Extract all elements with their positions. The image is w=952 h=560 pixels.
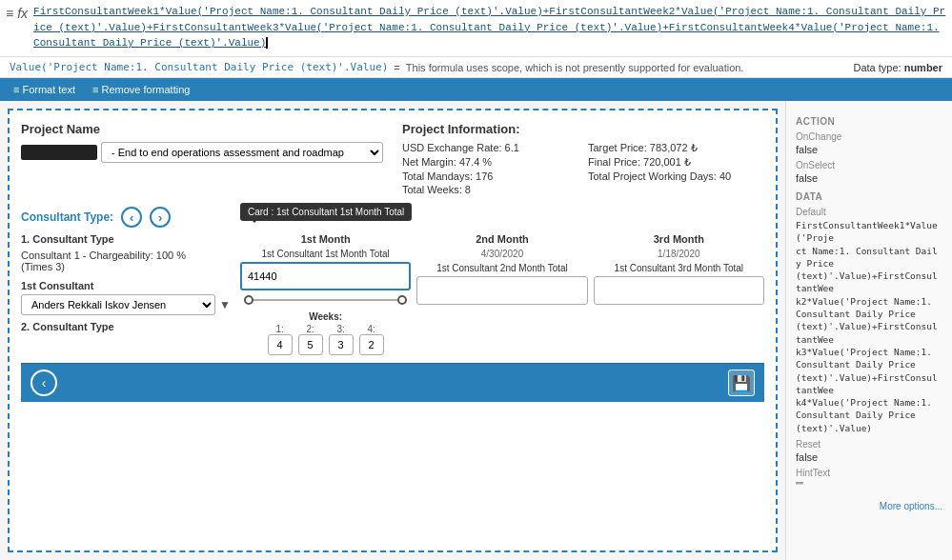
consultant-info-col: 1. Consultant Type Consultant 1 - Charge…: [21, 233, 231, 363]
total-working-label: Total Project Working Days: 40: [588, 170, 731, 182]
consultant-1-name-dropdown[interactable]: Anders Rekkali Iskov Jensen: [21, 294, 215, 315]
weeks-label: Weeks:: [240, 311, 411, 322]
consultant-section: Consultant Type: ‹ › 1. Consultant Type …: [21, 207, 764, 363]
consultant-2-label: 2. Consultant Type: [21, 321, 231, 332]
fx-icon[interactable]: fx: [17, 6, 28, 21]
usd-exchange-label: USD Exchange Rate: 6.1: [402, 142, 519, 153]
eval-equals: =: [394, 62, 399, 73]
onselect-label: OnSelect: [796, 160, 942, 170]
next-consultant-button[interactable]: ›: [150, 207, 171, 228]
month-2-date: 4/30/2020: [416, 249, 587, 259]
month-1-input-box[interactable]: [240, 262, 411, 290]
black-rect-logo: [21, 145, 97, 160]
consultant-main-row: 1. Consultant Type Consultant 1 - Charge…: [21, 233, 764, 363]
formula-bar: ≡ fx FirstConsultantWeek1*Value('Project…: [0, 0, 952, 57]
month-3-date: 1/18/2020: [594, 249, 764, 259]
month-3-input[interactable]: [600, 285, 758, 296]
slider-handle-right[interactable]: [397, 295, 407, 305]
project-select-row: - End to end operations assessment and r…: [21, 142, 383, 163]
default-label: Default: [796, 207, 942, 217]
onselect-value[interactable]: false: [796, 172, 942, 184]
project-info-grid: USD Exchange Rate: 6.1 Target Price: 783…: [402, 142, 764, 195]
slider-handle-left[interactable]: [244, 295, 253, 305]
project-info-title: Project Information:: [402, 122, 764, 136]
total-weeks-label: Total Weeks: 8: [402, 184, 471, 195]
week-col-1: 1: 4: [268, 324, 293, 355]
project-name-title: Project Name: [21, 122, 383, 136]
target-price-value: Target Price: 783,072 ₺: [588, 142, 698, 153]
total-weeks-row: Total Weeks: 8: [402, 184, 578, 195]
eval-message: This formula uses scope, which is not pr…: [406, 62, 848, 73]
final-price-value: Final Price: 720,001 ₺: [588, 156, 691, 168]
week-1-num: 1:: [268, 324, 293, 334]
month-col-1: 1st Month Card : 1st Consultant 1st Mont…: [240, 233, 411, 355]
month-1-slider[interactable]: [240, 292, 411, 308]
week-col-3: 3: 3: [329, 324, 354, 355]
remove-formatting-button[interactable]: ≡ Remove formatting: [89, 82, 193, 97]
form-bottom-nav: ‹ 💾: [21, 363, 764, 402]
week-4-val[interactable]: 2: [359, 334, 384, 355]
data-section-title: DATA: [796, 191, 942, 202]
week-4-num: 4:: [359, 324, 384, 334]
month-col-2: 2nd Month 4/30/2020 1st Consultant 2nd M…: [416, 233, 587, 355]
project-info-section: Project Information: USD Exchange Rate: …: [402, 122, 764, 195]
net-margin-label: Net Margin: 47.4 %: [402, 156, 492, 168]
form-panel: Project Name - End to end operations ass…: [8, 109, 778, 552]
eval-bar: Value('Project Name:1. Consultant Daily …: [0, 57, 952, 78]
consultant-1-name-row: Anders Rekkali Iskov Jensen ▼: [21, 294, 231, 315]
project-dropdown[interactable]: - End to end operations assessment and r…: [101, 142, 383, 163]
dropdown-chevron-icon: ▼: [219, 298, 231, 311]
target-price-row: Target Price: 783,072 ₺: [588, 142, 764, 154]
week-3-val[interactable]: 3: [329, 334, 354, 355]
month-2-header: 2nd Month: [416, 233, 587, 245]
hinttext-label: HintText: [796, 468, 942, 478]
month-1-tooltip: Card : 1st Consultant 1st Month Total: [240, 203, 412, 221]
formula-text[interactable]: FirstConsultantWeek1*Value('Project Name…: [33, 4, 946, 51]
week-3-num: 3:: [329, 324, 354, 334]
reset-value[interactable]: false: [796, 451, 942, 463]
weeks-row: 1: 4 2: 5 3: 3: [240, 324, 411, 355]
month-col-3: 3rd Month 1/18/2020 1st Consultant 3rd M…: [594, 233, 764, 355]
consultant-type-label: Consultant Type:: [21, 210, 113, 224]
consultant-1-type-value: Consultant 1 - Chargeability: 100 %(Time…: [21, 248, 231, 274]
properties-panel: ACTION OnChange false OnSelect false DAT…: [785, 101, 952, 560]
week-2-val[interactable]: 5: [298, 334, 323, 355]
weeks-section: Weeks: 1: 4 2: 5: [240, 311, 411, 355]
action-section-title: ACTION: [796, 116, 942, 127]
month-1-input[interactable]: [248, 270, 403, 282]
remove-formatting-icon: ≡: [92, 84, 98, 95]
eval-formula: Value('Project Name:1. Consultant Daily …: [10, 61, 388, 73]
month-3-input-box[interactable]: [594, 276, 764, 305]
usd-exchange-row: USD Exchange Rate: 6.1: [402, 142, 578, 154]
week-2-num: 2:: [298, 324, 323, 334]
save-button[interactable]: 💾: [728, 370, 755, 396]
week-col-2: 2: 5: [298, 324, 323, 355]
more-options-button[interactable]: More options...: [796, 501, 942, 511]
onchange-label: OnChange: [796, 131, 942, 142]
week-1-val[interactable]: 4: [268, 334, 293, 355]
prev-consultant-button[interactable]: ‹: [121, 207, 142, 228]
default-value[interactable]: FirstConsultantWeek1*Value('Project Name…: [796, 219, 942, 434]
month-3-total-label: 1st Consultant 3rd Month Total: [594, 263, 764, 273]
reset-label: Reset: [796, 439, 942, 450]
onchange-value[interactable]: false: [796, 144, 942, 155]
data-type: Data type: number: [853, 62, 942, 73]
month-2-input-box[interactable]: [416, 276, 587, 305]
month-2-input[interactable]: [423, 285, 580, 296]
net-margin-row: Net Margin: 47.4 %: [402, 156, 578, 169]
total-working-row: Total Project Working Days: 40: [588, 170, 764, 182]
format-text-icon: ≡: [13, 84, 19, 95]
main-content: Project Name - End to end operations ass…: [0, 101, 952, 560]
format-text-button[interactable]: ≡ Format text: [10, 82, 79, 97]
hinttext-value[interactable]: "": [796, 480, 942, 491]
months-row: 1st Month Card : 1st Consultant 1st Mont…: [240, 233, 764, 355]
total-mandays-label: Total Mandays: 176: [402, 170, 493, 182]
formula-underline: FirstConsultantWeek1*Value('Project Name…: [33, 6, 945, 49]
consultant-1-name-label: 1st Consultant: [21, 280, 231, 291]
month-2-total-label: 1st Consultant 2nd Month Total: [416, 263, 587, 273]
hamburger-icon[interactable]: ≡: [6, 6, 13, 21]
month-1-header: 1st Month: [240, 233, 411, 245]
toolbar: ≡ Format text ≡ Remove formatting: [0, 78, 952, 101]
month-3-header: 3rd Month: [594, 233, 764, 245]
prev-page-button[interactable]: ‹: [30, 370, 57, 396]
